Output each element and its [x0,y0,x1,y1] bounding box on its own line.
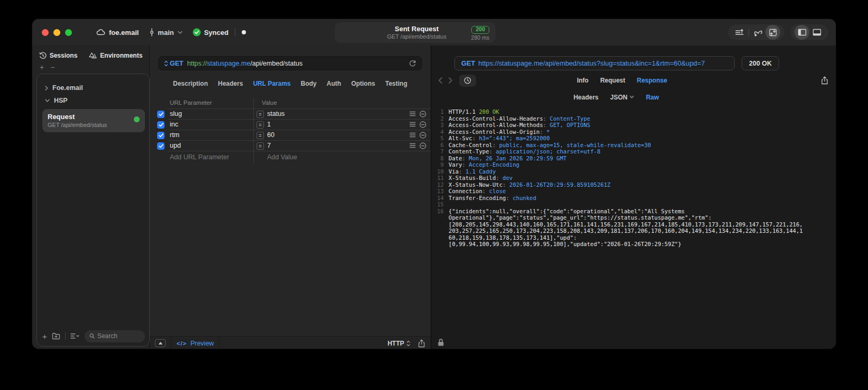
param-enabled-checkbox[interactable] [157,142,165,150]
param-row: slug = status [150,109,431,120]
param-name[interactable]: inc [170,121,178,128]
updown-chevrons-icon [406,340,410,347]
new-request-button[interactable]: + [42,332,47,341]
reorder-lines-icon[interactable] [409,122,416,127]
request-actions-group [728,24,784,40]
reorder-lines-icon[interactable] [409,111,416,116]
subtab-headers[interactable]: Headers [573,94,598,101]
tab-description[interactable]: Description [173,80,208,87]
param-enabled-checkbox[interactable] [157,121,165,129]
preview-button[interactable]: </> Preview [177,340,214,347]
tab-sessions[interactable]: Sessions [39,52,78,59]
response-status-badge: 200 OK [742,56,779,70]
protocol-selector[interactable]: HTTP [388,340,410,347]
add-session-button[interactable]: + [40,65,44,72]
add-url-parameter-field[interactable]: Add URL Parameter [170,153,229,161]
param-enabled-checkbox[interactable] [157,111,165,118]
code-line: 15 [432,201,829,208]
request-method[interactable]: GET [170,60,184,67]
search-input[interactable] [97,332,140,340]
tab-headers[interactable]: Headers [218,80,243,87]
param-name[interactable]: slug [170,110,182,117]
param-value[interactable]: 60 [267,131,275,139]
reorder-lines-icon[interactable] [409,132,416,138]
tab-auth[interactable]: Auth [327,80,341,87]
sent-request-line[interactable]: GET https://statuspage.me/api/embed/stat… [454,56,735,70]
cloud-icon [96,29,106,36]
tab-request[interactable]: Request [600,77,625,84]
request-url-bar[interactable]: GET https://statuspage.me/api/embed/stat… [158,56,422,70]
sync-branches-button[interactable] [751,25,765,40]
code-line: 203,257,225,165,250,173,204,223,158,208,… [432,228,829,234]
send-receive-button[interactable] [765,25,780,40]
code-line: Operational"},"page":"status","page_url"… [432,214,829,221]
line-number: 11 [432,175,449,182]
toggle-bottom-panel-button[interactable] [809,25,824,40]
share-icon[interactable] [821,76,828,85]
remove-param-icon[interactable] [419,111,426,117]
param-name[interactable]: rtm [170,131,179,139]
footer-divider [219,337,220,350]
close-window-button[interactable] [42,29,49,36]
sidebar: Sessions Environments + − Foe.email [32,46,150,349]
lock-icon[interactable] [437,338,444,347]
add-value-field[interactable]: Add Value [267,153,297,161]
subtab-raw[interactable]: Raw [646,94,659,101]
line-number: 1 [432,108,449,115]
code-line: 10 Via: 1.1 Caddy [432,168,829,175]
line-number [432,228,449,234]
history-button[interactable] [459,75,476,87]
panel-left-icon [798,29,807,36]
sent-request-summary[interactable]: Sent Request GET /api/embed/status 200 2… [335,22,496,43]
tab-testing[interactable]: Testing [385,80,407,87]
url-path: /api/embed/status [250,60,303,67]
remove-param-icon[interactable] [419,121,426,128]
remove-session-button[interactable]: − [50,65,54,72]
request-item[interactable]: Request GET /api/embed/status [42,109,145,132]
code-line: 8 Date: Mon, 26 Jan 2026 20:29:59 GMT [432,155,829,162]
tab-response[interactable]: Response [637,77,667,84]
chevron-down-icon [629,95,634,99]
tree-item-hsp[interactable]: HSP [42,94,145,107]
zoom-window-button[interactable] [65,29,72,36]
minimize-window-button[interactable] [53,29,60,36]
search-icon [89,333,95,339]
titlebar: foe.email main Synced Sent Request GET /… [32,19,836,46]
param-value[interactable]: status [267,110,285,117]
project-menu[interactable]: foe.email [96,29,139,37]
param-value[interactable]: 1 [267,121,271,128]
line-number: 10 [432,168,449,175]
param-enabled-checkbox[interactable] [157,132,165,139]
reorder-lines-icon[interactable] [409,143,416,148]
subtab-json[interactable]: JSON [610,94,635,101]
tab-options[interactable]: Options [351,80,375,87]
reload-icon[interactable] [409,60,416,67]
branch-selector[interactable]: main [149,28,182,37]
sync-status[interactable]: Synced [193,28,229,37]
share-icon[interactable] [418,339,425,348]
toggle-left-sidebar-button[interactable] [794,25,809,40]
tab-body[interactable]: Body [301,80,317,87]
unsaved-indicator-dot [242,30,246,34]
sidebar-search[interactable] [85,330,145,342]
export-log-button[interactable] [732,25,747,40]
tab-url-params[interactable]: URL Params [253,80,290,87]
sort-list-icon[interactable] [70,333,80,339]
new-folder-icon[interactable] [52,332,60,340]
param-value[interactable]: 7 [267,142,271,149]
remove-param-icon[interactable] [419,142,426,149]
param-name[interactable]: upd [170,142,181,149]
code-line: 6 Cache-Control: public, max-age=15, sta… [432,142,829,149]
line-number: 8 [432,155,449,162]
code-line: 9 Vary: Accept-Encoding [432,161,829,168]
line-number: 6 [432,142,449,149]
forward-icon[interactable] [448,77,453,84]
tab-environments[interactable]: Environments [89,52,142,59]
tab-info[interactable]: Info [577,77,589,84]
remove-param-icon[interactable] [419,132,426,139]
expand-console-button[interactable] [155,339,166,347]
history-clock-icon [464,77,471,84]
traffic-lights [42,29,72,36]
tree-item-foe-email[interactable]: Foe.email [42,81,145,94]
back-icon[interactable] [438,77,443,84]
